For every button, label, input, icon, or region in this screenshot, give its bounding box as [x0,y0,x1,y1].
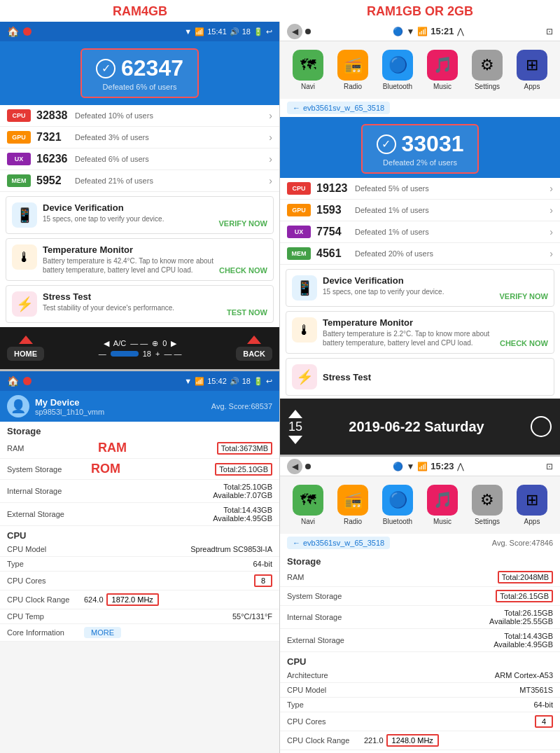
back-circle-2[interactable]: ◀ [287,459,302,474]
r-type-label: Type [287,700,364,709]
back-button[interactable]: BACK [236,347,272,361]
r-sys-storage-label: System Storage [287,592,364,600]
cal-up-arrow[interactable] [288,410,302,418]
device-verification-card: 📱 Device Verification 15 specs, one tap … [6,196,274,234]
cpu-model-label: CPU Model [7,545,84,553]
right-bottom: ◀ 🔵 ▼ 📶 15:23 ⋀ ⊡ 🗺 Navi [280,457,560,753]
temp-row: — 18 + — — [99,350,182,358]
mem-desc: Defeated 21% of users [75,177,269,185]
ac-row: ◀ A/C — — ⊕ 0 ▶ [104,339,177,348]
r-sys-storage-value: Total:26.15GB [496,590,553,602]
app-radio-2[interactable]: 📻 Radio [337,485,368,525]
gpu-score: 7321 [36,131,75,144]
device-info-text: My Device sp9853l_1h10_vmm [35,397,104,416]
r-cpu-model-value: MT3561S [519,686,553,694]
check-now-button[interactable]: CHECK NOW [219,266,267,275]
home-up-arrow[interactable] [19,336,33,344]
settings-icon-2: ⚙ [472,485,503,516]
right-bottom-back-bar: ← evb3561sv_w_65_3518 Avg. Score:47846 [280,534,560,552]
home-icon-2: 🏠 [7,375,19,387]
stress-title: Stress Test [43,291,221,302]
bluetooth-icon: 🔵 [382,50,413,81]
cpu-type-value: 64-bit [253,560,272,568]
cpu-badge: CPU [7,109,31,122]
right-score-section: ✓ 33031 Defeated 2% of users [280,117,560,178]
app-apps[interactable]: ⊞ Apps [517,50,547,90]
stress-content: Stress Test Test stability of your devic… [43,291,221,312]
back-circle[interactable]: ◀ [287,24,302,39]
app-apps-2[interactable]: ⊞ Apps [517,485,547,525]
arrow-left[interactable]: ◀ [104,339,109,348]
cpu-score: 32838 [36,109,75,122]
app-bluetooth[interactable]: 🔵 Bluetooth [382,50,413,90]
left-top-time: 15:41 [207,27,227,36]
device-verify-content: Device Verification 15 specs, one tap to… [43,202,214,223]
back-path-button[interactable]: ← evb3561sv_w_65_3518 [287,102,390,114]
r-external-value: Total:14.43GB Available:4.95GB [493,632,553,649]
r-ram-value: Total:2048MB [498,571,553,583]
cpu-cores-value: 8 [254,574,272,587]
right-status-icons: 🔵 ▼ 📶 15:21 ⋀ [393,26,463,36]
fan-icon: ⊕ [152,339,158,348]
ram-value: Total:3673MB [217,442,272,455]
left-bottom-time: 15:42 [207,377,227,385]
radio-icon: 📻 [337,50,368,81]
right-bottom-avg-score: Avg. Score:47846 [492,539,553,547]
ram4gb-label: RAM4GB [0,4,280,19]
back-path-button-2[interactable]: ← evb3561sv_w_65_3518 [287,537,390,549]
app-settings-2[interactable]: ⚙ Settings [472,485,503,525]
app-music[interactable]: 🎵 Music [427,50,458,90]
r-check-now-btn[interactable]: CHECK NOW [500,339,548,347]
app-bluetooth-2[interactable]: 🔵 Bluetooth [382,485,413,525]
temp-value: 18 [143,350,151,358]
right-top-calendar: 15 2019-06-22 Saturday [280,399,560,455]
bluetooth-label-2: Bluetooth [383,518,412,525]
temp-bar [111,351,139,357]
cal-down-arrow[interactable] [288,436,302,444]
test-now-button[interactable]: TEST NOW [227,308,267,317]
internal-storage-value: Total:25.10GB Available:7.07GB [213,483,272,499]
home-button[interactable]: HOME [7,347,44,361]
ram-label: RAM [7,444,84,453]
app-settings[interactable]: ⚙ Settings [472,50,503,90]
verify-now-button[interactable]: VERIFY NOW [219,219,267,228]
r-verify-now-btn[interactable]: VERIFY NOW [500,292,548,300]
minus-btn[interactable]: — [99,350,106,358]
cal-circle-btn[interactable] [531,416,552,437]
r-cpu-cores-row: CPU Cores 4 [280,712,560,731]
arrow-right[interactable]: ▶ [171,339,176,348]
back-icon-2[interactable]: ↩ [266,377,272,386]
dot-2 [305,464,311,469]
cpu-desc: Defeated 10% of users [75,111,269,120]
device-verify-icon: 📱 [12,202,37,228]
more-button[interactable]: MORE [84,627,121,638]
temp-title: Temperature Monitor [43,244,214,255]
ac-label: A/C [113,339,126,347]
right-score-subtitle: Defeated 2% of users [383,158,457,167]
external-storage-row: External Storage Total:14.43GB Available… [0,503,279,526]
core-info-label: Core Information [7,628,84,637]
ram1gb-label: RAM1GB OR 2GB [280,4,560,19]
music-label: Music [433,83,451,90]
r-verify-title: Device Verification [323,275,494,286]
app-radio[interactable]: 📻 Radio [337,50,368,90]
cpu-type-row: Type 64-bit [0,557,279,572]
right-score-number: 33031 [402,131,464,157]
app-music-2[interactable]: 🎵 Music [427,485,458,525]
r-verify-desc: 15 specs, one tap to verify your device. [323,287,494,296]
r-mem-desc: Defeated 20% of users [355,249,550,258]
r-stress-title: Stress Test [323,372,371,382]
back-up-arrow[interactable] [247,336,261,344]
back-icon[interactable]: ↩ [266,27,272,36]
battery-level: 18 [242,27,251,36]
apps-icon: ⊞ [517,50,547,81]
app-navi[interactable]: 🗺 Navi [293,50,323,90]
mem-chevron: › [269,175,272,186]
temp-content: Temperature Monitor Battery temperature … [43,244,214,275]
main-content: 🏠 ▼ 📶 15:41 🔊 18 🔋 ↩ ✓ [0,22,560,753]
plus-btn[interactable]: + [155,350,160,358]
r-internal-label: Internal Storage [287,613,364,621]
r-gpu-chevron: › [550,205,553,216]
navi-label-2: Navi [301,518,315,525]
app-navi-2[interactable]: 🗺 Navi [293,485,323,525]
